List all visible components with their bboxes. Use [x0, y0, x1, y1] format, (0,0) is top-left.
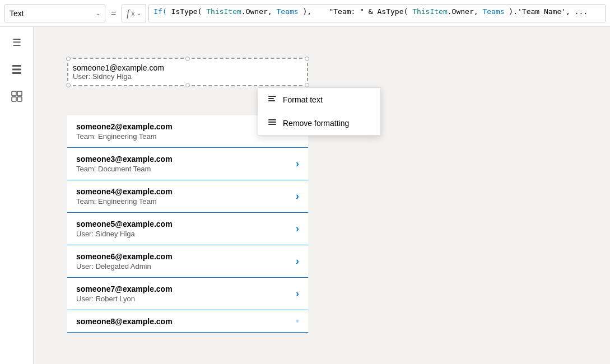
list-item-subtitle-0: Team: Engineering Team: [76, 132, 173, 141]
top-bar: Text ⌄ = fx ⌄ If( IsType( ThisItem.Owner…: [0, 0, 610, 27]
resize-handle-tm[interactable]: [185, 57, 190, 61]
formula-thisitem2: ThisItem: [412, 7, 448, 16]
formula-owner1: .Owner,: [241, 7, 277, 16]
list-item-subtitle-1: Team: Document Team: [76, 165, 173, 173]
list-item-content-6: someone8@example.com: [76, 317, 173, 326]
list-item-email-1: someone3@example.com: [76, 155, 173, 164]
field-type-dropdown[interactable]: Text ⌄: [4, 4, 105, 22]
svg-rect-0: [12, 65, 21, 67]
remove-formatting-label: Remove formatting: [283, 119, 349, 128]
components-icon[interactable]: [8, 87, 26, 105]
resize-handle-br[interactable]: [305, 83, 309, 87]
list-container: someone2@example.com Team: Engineering T…: [67, 115, 308, 333]
fx-chevron: ⌄: [137, 10, 141, 16]
svg-rect-12: [268, 124, 276, 125]
list-item-content-4: someone6@example.com User: Delegated Adm…: [76, 252, 173, 270]
chevron-right-icon-4: ›: [296, 255, 299, 267]
left-sidebar: ☰: [0, 27, 34, 364]
formula-thisitem1: ThisItem: [206, 7, 241, 16]
list-item-content-2: someone4@example.com Team: Engineering T…: [76, 187, 173, 206]
remove-formatting-menu-item[interactable]: Remove formatting: [258, 111, 380, 135]
format-text-label: Format text: [283, 95, 323, 104]
svg-rect-11: [268, 122, 276, 123]
resize-handle-bl[interactable]: [66, 83, 71, 87]
list-item[interactable]: someone4@example.com Team: Engineering T…: [67, 180, 308, 213]
formula-if: If(: [153, 7, 166, 16]
formula-rest: .Owner,: [448, 7, 483, 16]
svg-rect-3: [12, 91, 16, 96]
formula-bar[interactable]: If( IsType( ThisItem.Owner, Teams ), "Te…: [148, 4, 606, 22]
resize-handle-tr[interactable]: [305, 57, 309, 61]
fx-button[interactable]: fx ⌄: [122, 4, 146, 22]
field-type-label: Text: [10, 9, 91, 18]
fx-icon: f: [127, 8, 129, 18]
list-item-content-0: someone2@example.com Team: Engineering T…: [76, 122, 173, 141]
chevron-down-icon: ⌄: [96, 10, 100, 16]
list-item-subtitle-5: User: Robert Lyon: [76, 295, 173, 303]
control-label: User: Sidney Higa: [73, 72, 302, 81]
list-item[interactable]: someone3@example.com Team: Document Team…: [67, 148, 308, 180]
svg-rect-6: [17, 97, 22, 101]
popup-menu: Format text Remove formatting: [258, 87, 381, 136]
format-text-menu-item[interactable]: Format text: [258, 88, 380, 111]
list-item-content-1: someone3@example.com Team: Document Team: [76, 155, 173, 173]
list-item-subtitle-4: User: Delegated Admin: [76, 262, 173, 270]
list-item-subtitle-2: Team: Engineering Team: [76, 197, 173, 206]
list-item-content-5: someone7@example.com User: Robert Lyon: [76, 284, 173, 303]
svg-rect-2: [12, 72, 21, 74]
selected-control: someone1@example.com User: Sidney Higa: [67, 58, 308, 86]
list-item[interactable]: someone7@example.com User: Robert Lyon ›: [67, 278, 308, 310]
list-item-email-5: someone7@example.com: [76, 284, 173, 293]
equals-sign: =: [108, 8, 119, 18]
list-item-email-2: someone4@example.com: [76, 187, 173, 196]
resize-handle-bm[interactable]: [185, 83, 190, 87]
svg-rect-10: [268, 119, 276, 120]
main-area: ☰ someone1@ex: [0, 27, 610, 364]
list-item-email-3: someone5@example.com: [76, 220, 173, 228]
remove-formatting-icon: [267, 117, 277, 129]
hamburger-icon[interactable]: ☰: [8, 34, 26, 52]
svg-rect-9: [268, 100, 275, 101]
svg-rect-4: [17, 91, 22, 96]
list-item-partial[interactable]: someone8@example.com •: [67, 310, 308, 333]
chevron-right-icon-2: ›: [296, 190, 299, 202]
right-gray-area: [342, 27, 610, 364]
chevron-right-icon-3: ›: [296, 223, 299, 235]
svg-rect-5: [12, 97, 16, 101]
formula-teams2: Teams: [482, 7, 504, 16]
svg-rect-8: [268, 98, 274, 99]
svg-rect-7: [268, 96, 276, 97]
center-content: someone1@example.com User: Sidney Higa s…: [34, 27, 610, 364]
chevron-right-icon-6: •: [296, 315, 299, 327]
formula-close1: ), "Team: " & AsType(: [299, 7, 413, 16]
resize-handle-tl[interactable]: [66, 57, 71, 61]
chevron-right-icon-1: ›: [296, 158, 299, 170]
list-item-email-6: someone8@example.com: [76, 317, 173, 326]
layers-icon[interactable]: [8, 60, 26, 78]
fx-x: x: [132, 10, 135, 17]
list-item[interactable]: someone6@example.com User: Delegated Adm…: [67, 245, 308, 278]
formula-teamname: ).'Team Name', ...: [505, 7, 588, 16]
list-item-email-0: someone2@example.com: [76, 122, 173, 131]
list-item-subtitle-3: User: Sidney Higa: [76, 230, 173, 238]
format-text-icon: [267, 94, 277, 106]
formula-teams1: Teams: [276, 7, 298, 16]
formula-istype: IsType(: [167, 7, 206, 16]
list-item-content-3: someone5@example.com User: Sidney Higa: [76, 220, 173, 238]
list-item-email-4: someone6@example.com: [76, 252, 173, 261]
control-email: someone1@example.com: [73, 63, 302, 72]
svg-rect-1: [12, 69, 21, 71]
list-item[interactable]: someone5@example.com User: Sidney Higa ›: [67, 213, 308, 245]
chevron-right-icon-5: ›: [296, 288, 299, 300]
